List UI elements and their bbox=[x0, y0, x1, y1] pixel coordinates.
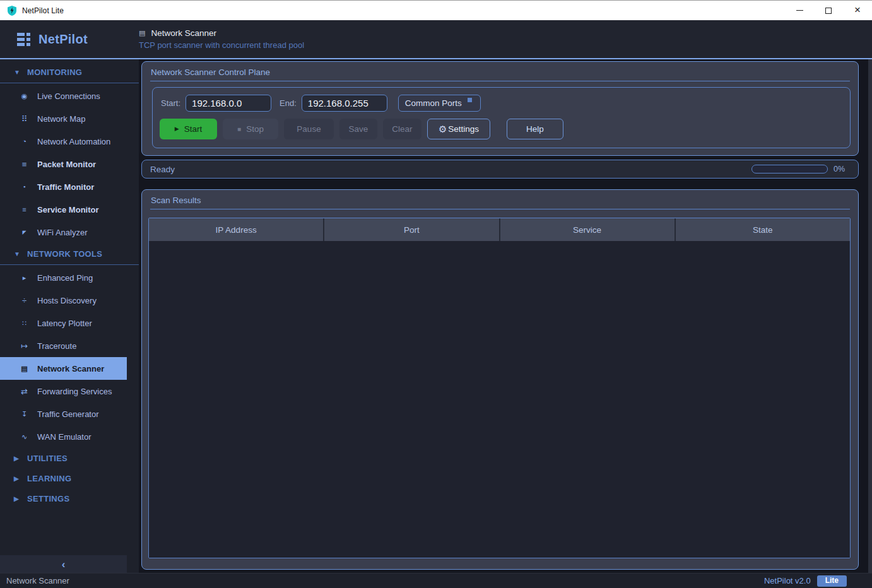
column-header-port[interactable]: Port bbox=[324, 218, 500, 241]
sidebar-item-network-scanner[interactable]: ▤ Network Scanner bbox=[0, 357, 127, 380]
ports-preset-value: Common Ports bbox=[405, 98, 462, 108]
traffic-generator-icon: ↧ bbox=[20, 410, 29, 418]
vertical-scrollbar[interactable] bbox=[868, 59, 872, 573]
page-title-icon: ▤ bbox=[139, 29, 145, 37]
section-label: NETWORK TOOLS bbox=[27, 249, 102, 259]
hosts-discovery-icon: ÷ bbox=[20, 296, 29, 305]
sidebar-item-traffic-generator[interactable]: ↧ Traffic Generator bbox=[0, 403, 139, 425]
control-inner-panel: Start: End: Common Ports ▶ Start ■ Stop bbox=[152, 87, 851, 148]
sidebar-item-wifi-analyzer[interactable]: ◤ WiFi Analyzer bbox=[0, 221, 139, 244]
group-underline bbox=[150, 209, 850, 209]
section-divider bbox=[0, 83, 139, 83]
scan-progress-percent: 0% bbox=[834, 165, 850, 173]
sidebar-item-enhanced-ping[interactable]: ▸ Enhanced Ping bbox=[0, 266, 139, 289]
end-ip-input[interactable] bbox=[302, 95, 387, 112]
sidebar-section-utilities[interactable]: ▶ UTILITIES bbox=[0, 448, 139, 468]
column-header-service[interactable]: Service bbox=[500, 218, 676, 241]
settings-button-label: Settings bbox=[448, 124, 479, 134]
pause-button-label: Pause bbox=[297, 124, 321, 134]
sidebar-item-wan-emulator[interactable]: ∿ WAN Emulator bbox=[0, 425, 139, 448]
column-header-state[interactable]: State bbox=[676, 218, 850, 241]
scan-results-table: IP Address Port Service State bbox=[148, 218, 851, 558]
sidebar-section-learning[interactable]: ▶ LEARNING bbox=[0, 468, 139, 488]
sidebar-collapse-button[interactable]: ‹ bbox=[0, 555, 127, 573]
end-label: End: bbox=[280, 98, 297, 108]
ping-arrow-icon: ▸ bbox=[20, 274, 29, 282]
brand-name: NetPilot bbox=[38, 32, 88, 47]
table-body bbox=[149, 241, 850, 558]
statusbar-context-text: Network Scanner bbox=[6, 576, 69, 585]
close-icon: × bbox=[854, 4, 861, 15]
status-row: Ready 0% bbox=[141, 160, 859, 179]
settings-button[interactable]: ⚙ Settings bbox=[427, 119, 490, 139]
sidebar-item-label: Network Map bbox=[37, 114, 86, 124]
scan-status-text: Ready bbox=[150, 165, 175, 174]
pause-button[interactable]: Pause bbox=[284, 119, 334, 139]
sidebar-item-traffic-monitor[interactable]: ▪ Traffic Monitor bbox=[0, 175, 139, 198]
sidebar-item-label: Traffic Generator bbox=[37, 409, 99, 419]
sidebar-item-network-automation[interactable]: ◔ Network Automation bbox=[0, 130, 139, 153]
sidebar-item-live-connections[interactable]: ◉ Live Connections bbox=[0, 85, 139, 107]
minimize-button[interactable] bbox=[785, 1, 814, 20]
stop-button[interactable]: ■ Stop bbox=[223, 119, 278, 139]
page-title: Network Scanner bbox=[151, 28, 216, 38]
traceroute-arrow-icon: ↦ bbox=[20, 341, 29, 351]
sidebar-item-label: WiFi Analyzer bbox=[37, 228, 87, 237]
packet-monitor-icon: ≡ bbox=[20, 160, 29, 169]
lite-badge: Lite bbox=[817, 575, 847, 587]
table-header-row: IP Address Port Service State bbox=[149, 218, 850, 241]
start-ip-input[interactable] bbox=[186, 95, 271, 112]
save-button-label: Save bbox=[349, 124, 368, 134]
sidebar-item-packet-monitor[interactable]: ≡ Packet Monitor bbox=[0, 153, 139, 175]
maximize-icon bbox=[825, 8, 832, 14]
stop-button-label: Stop bbox=[246, 124, 264, 134]
section-label: SETTINGS bbox=[27, 494, 69, 503]
window-title: NetPilot Lite bbox=[22, 6, 64, 15]
sidebar-item-traceroute[interactable]: ↦ Traceroute bbox=[0, 334, 139, 357]
sidebar-section-network-tools[interactable]: ▼ NETWORK TOOLS bbox=[0, 244, 139, 264]
start-button-label: Start bbox=[184, 124, 203, 134]
sidebar-item-forwarding-services[interactable]: ⇄ Forwarding Services bbox=[0, 380, 139, 403]
section-label: UTILITIES bbox=[27, 454, 68, 463]
dropdown-indicator-icon bbox=[468, 98, 472, 102]
start-button[interactable]: ▶ Start bbox=[160, 119, 217, 139]
clear-button-label: Clear bbox=[392, 124, 412, 134]
scan-results-group: Scan Results IP Address Port Service Sta… bbox=[141, 189, 859, 570]
gear-icon: ⚙ bbox=[439, 124, 447, 134]
help-button[interactable]: Help bbox=[507, 119, 563, 139]
sidebar-item-label: Service Monitor bbox=[37, 205, 99, 215]
sidebar-item-service-monitor[interactable]: ≡ Service Monitor bbox=[0, 198, 139, 221]
ports-preset-dropdown[interactable]: Common Ports bbox=[398, 95, 481, 112]
sidebar-section-settings[interactable]: ▶ SETTINGS bbox=[0, 488, 139, 509]
live-connections-icon: ◉ bbox=[20, 92, 29, 100]
main-content: Network Scanner Control Plane Start: End… bbox=[139, 59, 872, 573]
maximize-button[interactable] bbox=[814, 1, 843, 20]
sidebar-item-network-map[interactable]: ⠿ Network Map bbox=[0, 107, 139, 130]
sidebar-item-latency-plotter[interactable]: ∷ Latency Plotter bbox=[0, 312, 139, 334]
sidebar-section-monitoring[interactable]: ▼ MONITORING bbox=[0, 62, 139, 82]
triangle-down-icon: ▼ bbox=[14, 250, 21, 257]
section-label: MONITORING bbox=[27, 68, 82, 77]
play-icon: ▶ bbox=[175, 126, 179, 132]
wifi-analyzer-icon: ◤ bbox=[20, 230, 29, 235]
section-divider bbox=[0, 264, 139, 265]
sidebar-item-label: Traceroute bbox=[37, 341, 76, 351]
traffic-monitor-icon: ▪ bbox=[20, 184, 29, 190]
control-plane-group: Network Scanner Control Plane Start: End… bbox=[141, 61, 859, 156]
status-bar: Network Scanner NetPilot v2.0 Lite bbox=[0, 573, 872, 588]
sidebar-item-label: WAN Emulator bbox=[37, 432, 91, 442]
sidebar-item-label: Hosts Discovery bbox=[37, 296, 97, 305]
column-header-ip-address[interactable]: IP Address bbox=[149, 218, 324, 241]
start-label: Start: bbox=[161, 98, 180, 108]
close-button[interactable]: × bbox=[843, 1, 872, 20]
service-monitor-icon: ≡ bbox=[20, 206, 29, 213]
app-header: NetPilot ▤ Network Scanner TCP port scan… bbox=[0, 20, 872, 59]
brand-area: NetPilot bbox=[0, 20, 139, 58]
app-version-text: NetPilot v2.0 bbox=[764, 576, 811, 585]
titlebar: NetPilot Lite × bbox=[0, 0, 872, 20]
clear-button[interactable]: Clear bbox=[383, 119, 421, 139]
triangle-right-icon: ▶ bbox=[14, 475, 21, 482]
save-button[interactable]: Save bbox=[339, 119, 377, 139]
scan-results-title: Scan Results bbox=[142, 190, 858, 209]
sidebar-item-hosts-discovery[interactable]: ÷ Hosts Discovery bbox=[0, 289, 139, 312]
